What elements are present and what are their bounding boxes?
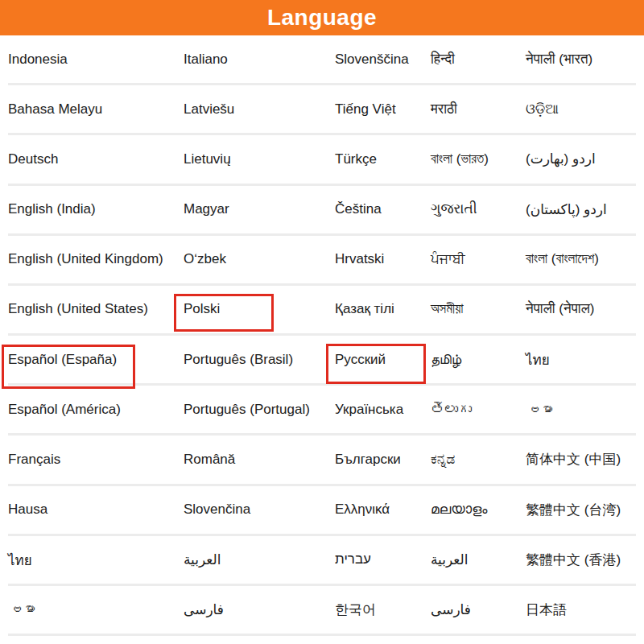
language-item[interactable]: 繁體中文 (香港)	[526, 536, 636, 584]
language-item-label: فارسی	[431, 601, 471, 618]
language-item[interactable]: Bahasa Melayu	[8, 85, 184, 133]
language-item[interactable]: اردو (بھارت)	[526, 135, 636, 183]
language-item[interactable]: Slovenščina	[335, 35, 431, 83]
language-item[interactable]: ไทย	[8, 536, 184, 584]
language-item-label: עברית	[335, 551, 371, 568]
language-item-label: ဗမာ	[526, 402, 553, 418]
language-item-label: Hrvatski	[335, 251, 384, 267]
language-item[interactable]: Slovenčina	[184, 486, 335, 534]
language-item-label: Slovenščina	[335, 52, 409, 68]
language-item[interactable]: Português (Brasil)	[184, 336, 335, 383]
language-row: Español (España)Português (Brasil)Русски…	[8, 336, 636, 386]
language-row: English (United States)PolskiҚазақ тіліঅ…	[8, 286, 636, 336]
language-item[interactable]: Hausa	[8, 486, 184, 534]
language-item[interactable]: Türkçe	[335, 135, 431, 183]
language-item[interactable]: Українська	[335, 386, 431, 433]
language-item-label: 繁體中文 (香港)	[526, 551, 621, 569]
language-item[interactable]: తెలుగు	[431, 386, 526, 433]
language-item[interactable]: 繁體中文 (台湾)	[526, 486, 636, 534]
language-item[interactable]: Русский	[335, 336, 431, 383]
language-item[interactable]: தமிழ்	[431, 336, 526, 383]
language-item[interactable]: Español (España)	[8, 336, 184, 383]
language-item[interactable]: नेपाली (नेपाल)	[526, 286, 636, 333]
language-item[interactable]: Español (América)	[8, 386, 184, 433]
language-item[interactable]: English (United Kingdom)	[8, 236, 184, 283]
language-item[interactable]: Indonesia	[8, 35, 184, 83]
language-item[interactable]: Hrvatski	[335, 236, 431, 283]
language-item[interactable]: മലയാളം	[431, 486, 526, 534]
language-item[interactable]: Polski	[184, 286, 335, 333]
language-item[interactable]: Deutsch	[8, 135, 184, 183]
language-row: English (India)MagyarČeštinaગુજરાતીاردو …	[8, 186, 636, 236]
language-item-label: ਪੰਜਾਬੀ	[431, 251, 465, 267]
language-item[interactable]: اردو (پاکستان)	[526, 186, 636, 233]
language-item[interactable]: Italiano	[184, 35, 335, 83]
language-grid: IndonesiaItalianoSlovenščinaहिन्दीनेपाली…	[0, 35, 644, 636]
language-item-label: ଓଡ଼ିଆ	[526, 101, 559, 118]
language-item[interactable]: বাংলা (বাংলাদেশ)	[526, 236, 636, 283]
language-item[interactable]: Ελληνικά	[335, 486, 431, 534]
language-item-label: Қазақ тілі	[335, 301, 394, 317]
language-item[interactable]: नेपाली (भारत)	[526, 35, 636, 83]
language-item-label: ไทย	[526, 349, 550, 370]
language-item[interactable]: English (India)	[8, 186, 184, 233]
language-item-label: বাংলা (বাংলাদেশ)	[526, 251, 599, 267]
language-item[interactable]: Français	[8, 436, 184, 483]
language-item[interactable]: ไทย	[526, 336, 636, 383]
language-item-label: اردو (پاکستان)	[526, 201, 607, 218]
language-item-label: Slovenčina	[184, 502, 250, 518]
language-item[interactable]: English (United States)	[8, 286, 184, 333]
language-item-label: ไทย	[8, 549, 32, 571]
language-row: HausaSlovenčinaΕλληνικάമലയാളം繁體中文 (台湾)	[8, 486, 636, 536]
language-item-label: Português (Portugal)	[184, 402, 310, 418]
language-item[interactable]: Tiếng Việt	[335, 85, 431, 133]
language-item-label: Lietuvių	[184, 151, 231, 167]
language-item-label: Українська	[335, 402, 403, 418]
language-item-label: Polski	[184, 301, 220, 317]
language-item[interactable]: मराठी	[431, 85, 526, 133]
language-item[interactable]: ଓଡ଼ିଆ	[526, 85, 636, 133]
language-item-label: Türkçe	[335, 151, 377, 167]
language-item[interactable]: ಕನ್ನಡ	[431, 436, 526, 483]
language-item[interactable]: ဗမာ	[526, 386, 636, 433]
language-item-label: Tiếng Việt	[335, 101, 396, 118]
language-item-label: اردو (بھارت)	[526, 151, 596, 167]
language-item[interactable]: ગુજરાતી	[431, 186, 526, 233]
language-item[interactable]: Latviešu	[184, 85, 335, 133]
language-item[interactable]: 한국어	[335, 586, 431, 634]
language-item[interactable]: Română	[184, 436, 335, 483]
language-item[interactable]: Magyar	[184, 186, 335, 233]
language-item[interactable]: Български	[335, 436, 431, 483]
language-item[interactable]: Қазақ тілі	[335, 286, 431, 333]
language-item[interactable]: ဗမာ	[8, 586, 184, 634]
language-item-label: नेपाली (भारत)	[526, 52, 592, 68]
language-item-label: தமிழ்	[431, 352, 461, 368]
page-title: Language	[267, 5, 377, 31]
language-item[interactable]: বাংলা (ভারত)	[431, 135, 526, 183]
language-item-label: Español (España)	[8, 352, 117, 368]
language-item[interactable]: हिन्दी	[431, 35, 526, 83]
language-item[interactable]: العربية	[184, 536, 335, 584]
language-item-label: Italiano	[184, 52, 228, 68]
language-item[interactable]: ਪੰਜਾਬੀ	[431, 236, 526, 283]
language-item[interactable]: العربية	[431, 536, 526, 584]
language-item[interactable]: فارسی	[431, 586, 526, 634]
language-row: DeutschLietuviųTürkçeবাংলা (ভারত)اردو (ب…	[8, 135, 636, 185]
language-item-label: नेपाली (नेपाल)	[526, 301, 594, 317]
language-item-label: বাংলা (ভারত)	[431, 151, 489, 167]
language-item[interactable]: অসমীয়া	[431, 286, 526, 333]
language-item-label: Čeština	[335, 201, 382, 217]
language-item-label: العربية	[184, 551, 221, 568]
language-item[interactable]: 简体中文 (中国)	[526, 436, 636, 483]
language-item[interactable]: עברית	[335, 536, 431, 584]
language-item-label: తెలుగు	[431, 402, 472, 418]
language-item[interactable]: فارسی	[184, 586, 335, 634]
language-item[interactable]: Čeština	[335, 186, 431, 233]
language-item-label: 日本語	[526, 601, 567, 619]
language-item[interactable]: 日本語	[526, 586, 636, 634]
language-item-label: Hausa	[8, 502, 47, 518]
language-item[interactable]: Oʻzbek	[184, 236, 335, 283]
language-item[interactable]: Lietuvių	[184, 135, 335, 183]
language-item[interactable]: Português (Portugal)	[184, 386, 335, 433]
language-item-label: Bahasa Melayu	[8, 101, 102, 118]
